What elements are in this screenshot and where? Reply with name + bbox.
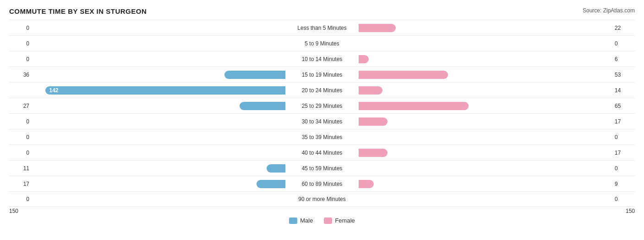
right-value: 53 — [612, 72, 635, 78]
row-label: 15 to 19 Minutes — [285, 72, 359, 78]
left-value: 27 — [9, 103, 32, 109]
left-value: 0 — [9, 134, 32, 140]
right-value: 65 — [612, 103, 635, 109]
bar-female — [359, 71, 448, 79]
chart-row: 0 30 to 34 Minutes 17 — [9, 113, 635, 129]
male-bar-side — [32, 39, 285, 48]
chart-row: 0 90 or more Minutes 0 — [9, 191, 635, 207]
chart-title: COMMUTE TIME BY SEX IN STURGEON — [9, 7, 147, 15]
male-bar-side — [32, 133, 285, 142]
male-bar-side — [32, 195, 285, 204]
legend-female: Female — [324, 217, 355, 224]
left-value: 0 — [9, 25, 32, 31]
row-label: 60 to 89 Minutes — [285, 181, 359, 187]
bar-female — [359, 55, 369, 63]
male-bar-side — [32, 148, 285, 157]
bar-female — [359, 24, 396, 32]
male-bar-side — [32, 179, 285, 189]
row-label: 25 to 29 Minutes — [285, 103, 359, 109]
row-label: Less than 5 Minutes — [285, 25, 359, 31]
male-label: Male — [300, 217, 313, 224]
chart-row: 0 Less than 5 Minutes 22 — [9, 20, 635, 35]
male-bar-side — [32, 23, 285, 33]
bar-male — [257, 180, 285, 188]
female-bar-side — [359, 39, 612, 48]
chart-area: 0 Less than 5 Minutes 22 0 — [9, 20, 635, 207]
right-value: 0 — [612, 134, 635, 140]
left-value: 36 — [9, 72, 32, 78]
female-bar-side — [359, 179, 612, 189]
left-value: 11 — [9, 165, 32, 172]
male-bar-side — [32, 55, 285, 64]
right-value: 0 — [612, 196, 635, 202]
chart-row: 36 15 to 19 Minutes 53 — [9, 67, 635, 82]
bar-female — [359, 180, 374, 188]
female-label: Female — [335, 217, 355, 224]
row-label: 90 or more Minutes — [285, 196, 359, 202]
female-bar-side — [359, 133, 612, 142]
female-bar-side — [359, 70, 612, 79]
right-value: 0 — [612, 165, 635, 172]
male-bar-side — [32, 101, 285, 111]
chart-row: 0 40 to 44 Minutes 17 — [9, 145, 635, 160]
bar-female — [359, 149, 387, 157]
chart-row: 0 10 to 14 Minutes 6 — [9, 51, 635, 67]
row-label: 45 to 59 Minutes — [285, 165, 359, 172]
female-bar-side — [359, 164, 612, 173]
bar-male — [267, 164, 285, 173]
legend: Male Female — [9, 217, 635, 224]
male-bar-side: 142 — [32, 86, 285, 95]
female-bar-side — [359, 86, 612, 95]
axis-left: 150 — [9, 208, 32, 214]
chart-row: 0 5 to 9 Minutes 0 — [9, 35, 635, 51]
right-value: 0 — [612, 40, 635, 47]
female-bar-side — [359, 117, 612, 126]
axis-right: 150 — [612, 208, 635, 214]
left-value: 0 — [9, 40, 32, 47]
right-value: 17 — [612, 118, 635, 125]
bar-female — [359, 102, 469, 110]
right-value: 6 — [612, 56, 635, 62]
male-swatch — [289, 218, 297, 224]
row-label: 35 to 39 Minutes — [285, 134, 359, 140]
right-value: 14 — [612, 87, 635, 94]
bar-female — [359, 86, 382, 95]
legend-male: Male — [289, 217, 313, 224]
left-value: 0 — [9, 118, 32, 125]
left-value: 17 — [9, 181, 32, 187]
axis-row: 150 150 — [9, 208, 635, 214]
source-label: Source: ZipAtlas.com — [583, 7, 635, 14]
left-value: 0 — [9, 196, 32, 202]
chart-row: 142 20 to 24 Minutes 14 — [9, 82, 635, 98]
right-value: 9 — [612, 181, 635, 187]
chart-row: 17 60 to 89 Minutes 9 — [9, 176, 635, 191]
male-bar-side — [32, 164, 285, 173]
row-label: 40 to 44 Minutes — [285, 150, 359, 156]
female-bar-side — [359, 195, 612, 204]
bar-male — [240, 102, 285, 110]
row-label: 10 to 14 Minutes — [285, 56, 359, 62]
male-bar-side — [32, 70, 285, 79]
chart-row: 11 45 to 59 Minutes 0 — [9, 160, 635, 176]
bar-male — [224, 71, 285, 79]
female-bar-side — [359, 148, 612, 157]
left-value: 0 — [9, 150, 32, 156]
right-value: 22 — [612, 25, 635, 31]
row-label: 20 to 24 Minutes — [285, 87, 359, 94]
bar-male: 142 — [45, 86, 285, 95]
female-swatch — [324, 218, 332, 224]
row-label: 5 to 9 Minutes — [285, 40, 359, 47]
bar-female — [359, 117, 387, 126]
male-bar-side — [32, 117, 285, 126]
female-bar-side — [359, 55, 612, 64]
right-value: 17 — [612, 150, 635, 156]
chart-row: 27 25 to 29 Minutes 65 — [9, 98, 635, 113]
left-value: 0 — [9, 56, 32, 62]
chart-row: 0 35 to 39 Minutes 0 — [9, 129, 635, 145]
female-bar-side — [359, 23, 612, 33]
row-label: 30 to 34 Minutes — [285, 118, 359, 125]
female-bar-side — [359, 101, 612, 111]
